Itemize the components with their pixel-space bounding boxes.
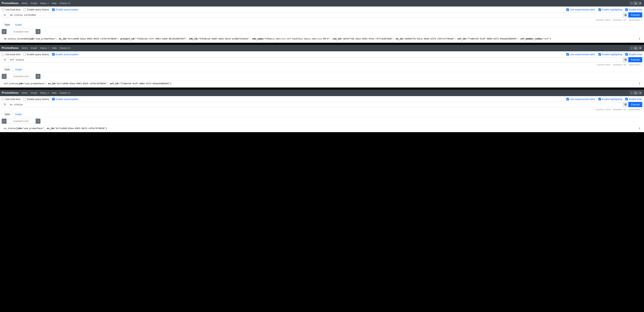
result-series-label: Result series: 1 [629,19,642,21]
use-experimental-editor-checkbox[interactable]: Use experimental editor [566,8,595,11]
result-value: 1 [633,82,640,86]
brand-logo[interactable]: Prometheus [2,2,18,5]
format-expression-button[interactable] [623,57,628,62]
expression-input[interactable] [8,12,623,18]
theme-dark-button[interactable] [634,46,638,50]
enable-highlighting-checkbox[interactable]: Enable highlighting [598,53,622,56]
nav-help[interactable]: Help [52,2,57,5]
theme-auto-button[interactable] [638,46,642,50]
nav-classic-ui[interactable]: Classic UI [59,47,70,50]
use-experimental-editor-checkbox[interactable]: Use experimental editor [566,53,595,56]
result-series-labels[interactable]: vm_status_extended{job="osm_prometheus",… [4,37,633,41]
brand-logo[interactable]: Prometheus [2,46,18,50]
enable-highlighting-checkbox[interactable]: Enable highlighting [598,8,622,11]
eval-time-next-button[interactable] [36,119,40,124]
resolution-label: Resolution: 14s [613,64,626,66]
use-experimental-editor-checkbox[interactable]: Use experimental editor [566,98,595,101]
theme-light-button[interactable] [630,91,634,95]
execute-button[interactable]: Execute [628,12,642,18]
brand-logo[interactable]: Prometheus [2,91,18,95]
eval-time-prev-button[interactable] [2,74,6,79]
use-local-time-checkbox[interactable]: Use local time [2,98,20,101]
sun-icon [630,47,633,49]
chevron-right-icon [37,31,39,33]
tab-graph[interactable]: Graph [12,67,24,72]
enable-autocomplete-checkbox[interactable]: Enable autocomplete [52,98,78,101]
result-value: 1 [633,127,640,130]
theme-auto-button[interactable] [638,1,642,5]
nav-classic-ui[interactable]: Classic UI [59,2,70,5]
enable-linter-checkbox[interactable]: Enable linter [625,98,642,101]
contrast-icon [639,47,641,49]
theme-toggle-group [629,91,642,95]
tab-graph[interactable]: Graph [12,22,24,27]
evaluation-time-input[interactable] [6,119,36,124]
theme-light-button[interactable] [630,1,634,5]
chevron-right-icon [37,75,39,77]
theme-dark-button[interactable] [634,91,638,95]
moon-icon [634,92,637,94]
chevron-left-icon [3,120,5,122]
evaluation-time-row [0,117,644,125]
query-meta: Load time: 105ms Resolution: 14s Result … [0,19,644,22]
evaluation-time-input[interactable] [6,74,36,79]
format-expression-button[interactable] [623,102,628,107]
theme-light-button[interactable] [630,46,634,50]
moon-icon [634,47,637,49]
theme-dark-button[interactable] [634,1,638,5]
enable-query-history-checkbox[interactable]: Enable query history [24,8,49,11]
execute-button[interactable]: Execute [628,102,642,107]
metrics-explorer-button[interactable] [2,12,8,18]
options-row: Use local time Enable query history Enab… [0,51,644,57]
eval-time-next-button[interactable] [36,74,40,79]
nav-alerts[interactable]: Alerts [22,92,28,94]
enable-autocomplete-checkbox[interactable]: Enable autocomplete [52,8,78,11]
eval-time-prev-button[interactable] [2,29,6,34]
nav-alerts[interactable]: Alerts [22,2,28,5]
globe-icon [624,14,627,16]
nav-graph[interactable]: Graph [30,92,37,94]
theme-toggle-group [629,1,642,6]
result-series-labels[interactable]: ns_status{job="osm_prometheus", ns_id="8… [4,127,633,130]
nav-status-dropdown[interactable]: Status [40,92,49,94]
options-row: Use local time Enable query history Enab… [0,96,644,102]
enable-query-history-checkbox[interactable]: Enable query history [24,98,49,101]
result-row: vnf_status{job="osm_prometheus", ns_id="… [2,80,642,88]
metrics-explorer-button[interactable] [2,57,8,62]
eval-time-prev-button[interactable] [2,119,6,124]
chevron-left-icon [3,75,5,77]
nav-status-dropdown[interactable]: Status [40,47,49,50]
evaluation-time-row [0,27,644,36]
result-series-label: Result series: 1 [629,109,642,111]
enable-linter-checkbox[interactable]: Enable linter [625,53,642,56]
theme-auto-button[interactable] [638,91,642,95]
use-local-time-checkbox[interactable]: Use local time [2,8,20,11]
nav-classic-ui[interactable]: Classic UI [59,92,70,94]
tab-graph[interactable]: Graph [12,111,24,117]
result-series-labels[interactable]: vnf_status{job="osm_prometheus", ns_id="… [4,82,633,86]
expression-input[interactable] [8,102,623,107]
enable-highlighting-checkbox[interactable]: Enable highlighting [598,98,622,101]
tab-table[interactable]: Table [2,67,12,72]
nav-help[interactable]: Help [52,92,57,94]
metrics-explorer-button[interactable] [2,102,8,107]
expression-input[interactable] [8,57,623,62]
nav-graph[interactable]: Graph [30,2,37,5]
evaluation-time-input[interactable] [6,29,36,34]
enable-autocomplete-checkbox[interactable]: Enable autocomplete [52,53,78,56]
use-local-time-checkbox[interactable]: Use local time [2,53,20,56]
nav-help[interactable]: Help [52,47,57,50]
execute-button[interactable]: Execute [628,57,642,62]
enable-query-history-checkbox[interactable]: Enable query history [24,53,49,56]
eval-time-next-button[interactable] [36,29,40,34]
globe-icon [624,103,627,106]
prometheus-panel: Prometheus Alerts Graph Status Help Clas… [0,90,644,132]
nav-graph[interactable]: Graph [30,47,37,50]
format-expression-button[interactable] [623,12,628,18]
tab-table[interactable]: Table [2,111,12,117]
svg-point-10 [4,104,6,105]
nav-alerts[interactable]: Alerts [22,47,28,50]
enable-linter-checkbox[interactable]: Enable linter [625,8,642,11]
nav-status-dropdown[interactable]: Status [40,2,49,5]
tab-table[interactable]: Table [2,22,12,27]
